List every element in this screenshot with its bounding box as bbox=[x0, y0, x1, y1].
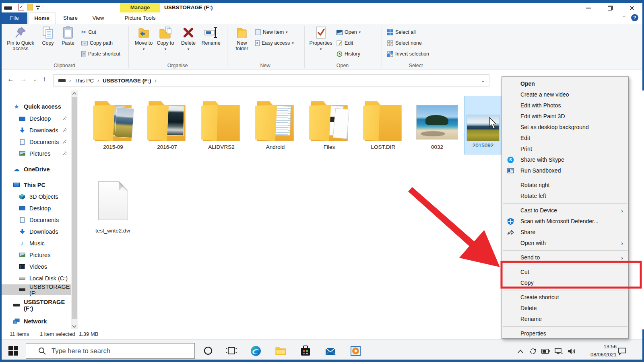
sidebar-item-3d-objects[interactable]: 3D Objects bbox=[2, 191, 71, 202]
sidebar-item-videos[interactable]: Videos bbox=[2, 261, 71, 272]
sidebar-item-music[interactable]: ♪ Music bbox=[2, 238, 71, 249]
tab-share[interactable]: Share bbox=[57, 12, 84, 24]
edge-button[interactable] bbox=[250, 345, 262, 357]
image-tile-0032[interactable]: 0032 bbox=[412, 98, 462, 150]
media-player-button[interactable] bbox=[349, 345, 361, 357]
menu-item-set-desktop-background[interactable]: Set as desktop background bbox=[502, 122, 628, 133]
minimize-button[interactable] bbox=[580, 3, 597, 13]
easy-access-button[interactable]: ≠ Easy access▾ bbox=[255, 39, 294, 47]
sidebar-item-this-pc[interactable]: This PC bbox=[2, 179, 71, 190]
edit-button[interactable]: Edit bbox=[336, 39, 353, 47]
sidebar-item-desktop[interactable]: Desktop bbox=[2, 203, 71, 214]
tab-picture-tools[interactable]: Picture Tools bbox=[118, 12, 163, 24]
qat-dropdown-icon[interactable]: ▬▾ bbox=[36, 4, 40, 10]
menu-item-delete[interactable]: Delete bbox=[502, 303, 628, 314]
breadcrumb-usbstorage[interactable]: USBSTORAGE (F:) bbox=[103, 78, 151, 84]
menu-item-share-with-skype[interactable]: S Share with Skype bbox=[502, 154, 628, 165]
menu-item-edit[interactable]: Edit bbox=[502, 133, 628, 144]
sidebar-item-usbstorage-f-selected[interactable]: USBSTORAGE (F: bbox=[2, 284, 71, 295]
copy-to-button[interactable]: Copy to▾ bbox=[155, 26, 175, 52]
sidebar-item-onedrive[interactable]: ☁ OneDrive bbox=[2, 164, 71, 175]
breadcrumb-this-pc[interactable]: This PC bbox=[74, 78, 94, 84]
menu-item-edit-with-photos[interactable]: Edit with Photos bbox=[502, 100, 628, 111]
forward-button[interactable]: → bbox=[20, 75, 27, 83]
history-button[interactable]: History bbox=[336, 49, 360, 58]
folder-tile-2015-09[interactable]: 2015-09 bbox=[88, 98, 138, 150]
start-button[interactable] bbox=[7, 345, 19, 357]
move-to-button[interactable]: Move to▾ bbox=[134, 26, 154, 52]
scroll-down-icon[interactable] bbox=[71, 324, 78, 328]
sidebar-item-pictures[interactable]: Pictures bbox=[2, 249, 71, 260]
microsoft-store-button[interactable] bbox=[299, 345, 312, 357]
menu-item-scan-with-defender[interactable]: Scan with Microsoft Defender... bbox=[502, 216, 628, 227]
help-icon[interactable]: ? bbox=[631, 14, 638, 21]
menu-item-share[interactable]: Share bbox=[502, 227, 628, 238]
properties-button[interactable]: Properties▾ bbox=[308, 26, 333, 52]
invert-selection-button[interactable]: Invert selection bbox=[387, 49, 429, 58]
tray-volume-button[interactable] bbox=[566, 347, 577, 356]
taskbar-search[interactable]: Type here to search bbox=[26, 343, 195, 359]
menu-item-print[interactable]: Print bbox=[502, 144, 628, 154]
close-button[interactable]: ✕ bbox=[623, 3, 641, 13]
image-tile-2015092-selected[interactable]: 2015092 bbox=[464, 96, 502, 154]
sidebar-item-pictures-qa[interactable]: Pictures bbox=[2, 148, 71, 159]
cut-button[interactable]: ✂ Cut bbox=[81, 28, 96, 37]
tab-view[interactable]: View bbox=[85, 12, 111, 24]
tab-file[interactable]: File bbox=[2, 12, 27, 24]
recent-locations-icon[interactable]: ⌄ bbox=[33, 77, 37, 82]
tab-home[interactable]: Home bbox=[28, 12, 56, 24]
task-view-button[interactable] bbox=[225, 345, 237, 357]
pin-to-quick-access-button[interactable]: Pin to Quick access bbox=[5, 26, 36, 51]
tray-expand-button[interactable] bbox=[516, 347, 525, 356]
sidebar-scrollbar[interactable] bbox=[71, 90, 78, 329]
manage-contextual-tab[interactable]: Manage bbox=[120, 3, 160, 12]
menu-item-rename[interactable]: Rename bbox=[502, 314, 628, 325]
file-explorer-button[interactable] bbox=[275, 345, 287, 357]
sidebar-item-local-disk-c[interactable]: Local Disk (C:) bbox=[2, 273, 71, 284]
menu-item-rotate-right[interactable]: Rotate right bbox=[502, 180, 628, 191]
menu-item-open[interactable]: Open bbox=[502, 78, 628, 89]
folder-tile-lost-dir[interactable]: LOST.DIR bbox=[358, 98, 409, 150]
address-dropdown-icon[interactable]: ⌄ bbox=[481, 78, 485, 83]
new-item-button[interactable]: New item▾ bbox=[255, 28, 288, 37]
tray-battery-button[interactable] bbox=[540, 347, 551, 356]
delete-button[interactable]: Delete▾ bbox=[178, 26, 199, 52]
menu-item-edit-with-paint3d[interactable]: Edit with Paint 3D bbox=[502, 111, 628, 122]
new-folder-button[interactable]: Newfolder bbox=[232, 26, 252, 51]
menu-item-open-with[interactable]: Open with› bbox=[502, 238, 628, 249]
file-tile-test-write2[interactable]: test_write2.dvr bbox=[88, 178, 138, 234]
sidebar-item-documents-qa[interactable]: Documents bbox=[2, 136, 71, 147]
sidebar-item-usbstorage-f[interactable]: USBSTORAGE (F:) bbox=[2, 300, 71, 311]
scrollbar-thumb[interactable] bbox=[72, 97, 77, 319]
folder-tile-2016-07[interactable]: 2016-07 bbox=[142, 98, 192, 150]
folder-tile-alidvrs2[interactable]: ALIDVRS2 bbox=[196, 98, 247, 150]
action-center-button[interactable] bbox=[617, 346, 627, 356]
new-folder-qat-icon[interactable] bbox=[27, 4, 33, 10]
sidebar-item-downloads-qa[interactable]: Downloads bbox=[2, 125, 71, 136]
select-none-button[interactable]: Select none bbox=[387, 39, 422, 47]
mail-button[interactable] bbox=[324, 345, 336, 357]
collapse-ribbon-icon[interactable]: ⌃ bbox=[622, 15, 626, 21]
sidebar-item-network[interactable]: Network bbox=[2, 316, 71, 327]
rename-button[interactable]: Rename bbox=[200, 26, 222, 46]
paste-shortcut-button[interactable]: P Paste shortcut bbox=[81, 49, 120, 58]
open-button[interactable]: Open▾ bbox=[336, 28, 361, 37]
address-box[interactable]: › This PC › USBSTORAGE (F:) › ⌄ bbox=[53, 74, 489, 86]
up-button[interactable]: ↑ bbox=[43, 75, 46, 83]
copy-button[interactable]: Copy bbox=[39, 26, 57, 46]
menu-item-cast-to-device[interactable]: Cast to Device› bbox=[502, 205, 628, 216]
copy-path-button[interactable]: w Copy path bbox=[81, 39, 113, 47]
menu-item-properties[interactable]: Properties bbox=[502, 328, 628, 339]
sidebar-item-documents[interactable]: Documents bbox=[2, 214, 71, 225]
menu-item-create-shortcut[interactable]: Create shortcut bbox=[502, 292, 628, 303]
back-button[interactable]: ← bbox=[7, 75, 14, 83]
menu-item-cut[interactable]: Cut bbox=[502, 267, 628, 278]
scroll-up-icon[interactable] bbox=[71, 92, 78, 96]
folder-tile-files[interactable]: Files bbox=[304, 98, 355, 150]
cortana-button[interactable] bbox=[202, 345, 214, 357]
menu-item-send-to[interactable]: Send to› bbox=[502, 252, 628, 263]
tray-network-button[interactable] bbox=[553, 347, 564, 356]
folder-tile-android[interactable]: Android bbox=[250, 98, 301, 150]
sidebar-item-downloads[interactable]: Downloads bbox=[2, 226, 71, 237]
menu-item-run-sandboxed[interactable]: Run Sandboxed bbox=[502, 165, 628, 176]
